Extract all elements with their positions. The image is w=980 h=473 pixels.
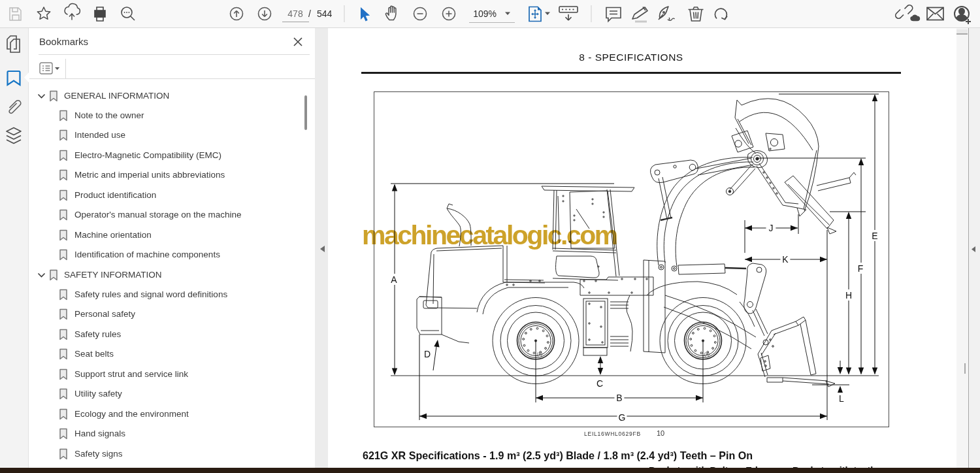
svg-text:D: D: [424, 349, 431, 359]
svg-text:F: F: [858, 263, 864, 274]
svg-text:J: J: [769, 223, 774, 233]
svg-text:H: H: [845, 290, 852, 301]
svg-text:E: E: [872, 231, 877, 241]
svg-text:/: /: [308, 8, 311, 19]
svg-text:A: A: [391, 274, 397, 285]
svg-text:(4): (4): [704, 351, 710, 357]
svg-text:(4): (4): [537, 351, 542, 357]
svg-text:L: L: [839, 393, 844, 404]
svg-text:C: C: [596, 378, 603, 389]
svg-text:109%: 109%: [473, 8, 497, 19]
svg-text:K: K: [782, 254, 789, 265]
svg-text:544: 544: [317, 8, 333, 19]
svg-text:478: 478: [287, 8, 303, 19]
svg-text:G: G: [619, 412, 626, 423]
svg-text:B: B: [616, 393, 622, 403]
